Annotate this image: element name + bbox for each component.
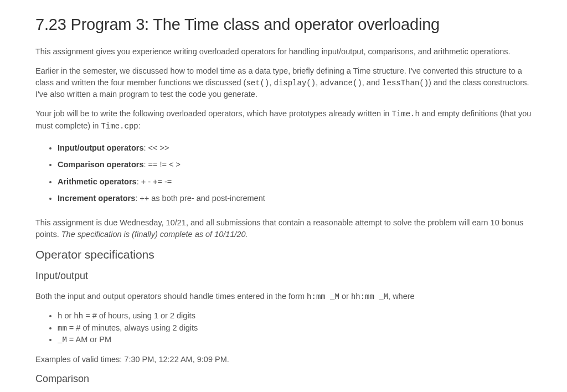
list-item: h or hh = # of hours, using 1 or 2 digit… [58,310,532,322]
operator-list: Input/output operators: << >> Comparison… [35,140,532,207]
subsection-heading-comparison: Comparison [35,373,532,385]
code-mm: mm [58,324,67,333]
op-label: Increment operators [58,194,135,203]
text: Both the input and output operators shou… [35,292,307,301]
subsection-heading-io: Input/output [35,270,532,282]
list-item: Input/output operators: << >> [58,140,532,156]
intro-paragraph-2: Earlier in the semester, we discussed ho… [35,65,532,100]
text: , and [362,78,382,87]
page-title: 7.23 Program 3: The Time class and opera… [35,16,532,34]
code-m: _M [58,336,67,344]
list-item: _M = AM or PM [58,334,532,346]
op-values: : << >> [143,143,169,152]
code-time-h: Time.h [391,110,419,118]
text: , [316,78,320,87]
code-advance: advance() [320,79,362,87]
op-values: : == != < > [144,160,181,169]
op-values: : ++ as both pre- and post-increment [135,194,265,203]
op-label: Comparison operators [58,160,144,169]
text: : [138,121,141,130]
code-time-cpp: Time.cpp [101,122,138,131]
intro-paragraph-1: This assignment gives you experience wri… [35,46,532,58]
document-page: 7.23 Program 3: The Time class and opera… [0,0,567,385]
text: = AM or PM [67,335,111,344]
text: Your job will be to write the following … [35,109,391,118]
op-values: : + - += -= [137,177,172,186]
code-hh: hh [74,312,83,321]
list-item: Increment operators: ++ as both pre- and… [58,190,532,207]
examples-paragraph: Examples of valid times: 7:30 PM, 12:22 … [35,354,532,365]
op-label: Arithmetic operators [58,177,137,186]
code-display: display() [274,79,316,87]
code-set: set() [246,79,269,87]
text: or [339,292,351,301]
op-label: Input/output operators [58,143,143,152]
list-item: Arithmetic operators: + - += -= [58,173,532,190]
io-format-paragraph: Both the input and output operators shou… [35,291,532,302]
text: , where [388,292,415,301]
code-format-short: h:mm _M [307,292,339,301]
list-item: Comparison operators: == != < > [58,156,532,173]
intro-paragraph-3: Your job will be to write the following … [35,108,532,132]
spec-complete-note: The specification is (finally) complete … [61,230,248,239]
code-format-long: hh:mm _M [351,292,388,301]
text: = # of hours, using 1 or 2 digits [83,311,195,320]
due-paragraph: This assignment is due Wednesday, 10/21,… [35,217,532,240]
code-lessthan: lessThan() [382,79,429,87]
text: = # of minutes, always using 2 digits [67,323,198,332]
section-heading-spec: Operator specifications [35,248,532,261]
text: or [62,311,74,320]
format-list: h or hh = # of hours, using 1 or 2 digit… [35,310,532,346]
list-item: mm = # of minutes, always using 2 digits [58,322,532,334]
